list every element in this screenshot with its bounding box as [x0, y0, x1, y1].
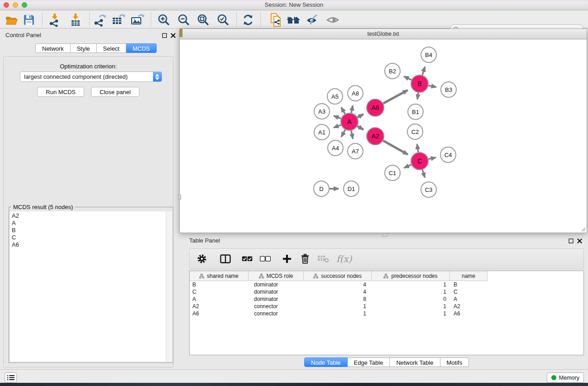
- mcds-result-list[interactable]: A2ABCA6: [10, 211, 172, 362]
- graph-node-C2[interactable]: C2: [407, 124, 423, 139]
- graph-node-B2[interactable]: B2: [385, 63, 400, 79]
- close-panel-icon[interactable]: [577, 238, 582, 243]
- network-graph[interactable]: AA1A2A3A4A5A6A7A8BB1B2B3B4CC1C2C3C4DD1: [180, 39, 587, 232]
- column-header-predecessor-nodes[interactable]: predecessor nodes: [372, 271, 450, 281]
- import-network-icon[interactable]: [47, 13, 62, 27]
- splitter-handle[interactable]: [178, 195, 181, 200]
- graph-node-C4[interactable]: C4: [440, 147, 456, 162]
- graph-edge-B-B3[interactable]: [429, 86, 436, 87]
- select-all-columns-icon[interactable]: [241, 253, 253, 265]
- node-table[interactable]: shared nameMCDS rolesuccessor nodesprede…: [189, 271, 584, 355]
- graph-edge-C-C2[interactable]: [417, 144, 418, 152]
- list-item[interactable]: A: [10, 219, 172, 227]
- column-header-shared-name[interactable]: shared name: [190, 271, 249, 281]
- show-hide-icon[interactable]: [325, 13, 340, 27]
- list-item[interactable]: A6: [10, 241, 172, 248]
- graph-edge-A-A5[interactable]: [341, 107, 345, 114]
- tab-network-table[interactable]: Network Table: [390, 357, 440, 367]
- export-image-icon[interactable]: [130, 13, 145, 27]
- graph-edge-A-A4[interactable]: [341, 130, 345, 137]
- home-nested-networks-icon[interactable]: [286, 13, 301, 27]
- graph-node-A5[interactable]: A5: [327, 89, 343, 104]
- tab-select[interactable]: Select: [97, 43, 126, 53]
- graph-node-B3[interactable]: B3: [441, 82, 456, 97]
- graph-edge-A-A8[interactable]: [351, 105, 353, 113]
- scrollbar[interactable]: [166, 211, 172, 362]
- graph-node-A4[interactable]: A4: [328, 140, 343, 156]
- graph-edge-C-C3[interactable]: [422, 170, 425, 177]
- tab-network[interactable]: Network: [35, 43, 71, 53]
- close-panel-button[interactable]: Close panel: [91, 87, 139, 97]
- optimization-criterion-select[interactable]: largest connected component (directed): [20, 71, 162, 82]
- deselect-all-columns-icon[interactable]: [259, 253, 271, 265]
- export-network-icon[interactable]: [92, 13, 107, 27]
- task-history-button[interactable]: [5, 372, 17, 383]
- tab-style[interactable]: Style: [71, 43, 97, 53]
- list-item[interactable]: B: [10, 227, 172, 234]
- graph-edge-B-B1[interactable]: [417, 93, 418, 99]
- zoom-out-icon[interactable]: [177, 13, 191, 27]
- graph-edge-A-A6[interactable]: [358, 114, 363, 117]
- column-header-successor-nodes[interactable]: successor nodes: [304, 271, 372, 281]
- export-table-icon[interactable]: [111, 13, 126, 27]
- graph-edge-C-C4[interactable]: [429, 157, 436, 159]
- graph-edge-A2-C[interactable]: [383, 141, 407, 155]
- graph-edge-A-A3[interactable]: [334, 116, 341, 119]
- graph-node-A1[interactable]: A1: [314, 124, 330, 140]
- graph-node-D[interactable]: D: [314, 181, 329, 196]
- graph-node-B4[interactable]: B4: [421, 47, 436, 62]
- run-mcds-button[interactable]: Run MCDS: [37, 87, 84, 97]
- open-session-icon[interactable]: [5, 13, 19, 27]
- save-session-icon[interactable]: [22, 13, 36, 27]
- float-panel-icon[interactable]: [162, 33, 167, 38]
- graph-node-A6[interactable]: A6: [367, 99, 384, 116]
- column-header-name[interactable]: name: [450, 271, 488, 281]
- tab-mcds[interactable]: MCDS: [126, 43, 157, 53]
- network-window-titlebar[interactable]: testGlobe.txt: [179, 29, 587, 39]
- graph-edge-A-A1[interactable]: [334, 125, 341, 128]
- delete-table-icon[interactable]: [317, 253, 329, 265]
- show-column-panel-icon[interactable]: [220, 253, 231, 265]
- memory-button[interactable]: Memory: [547, 372, 584, 383]
- visual-properties-icon[interactable]: [305, 13, 320, 27]
- graph-edge-A-A7[interactable]: [351, 131, 353, 139]
- delete-column-trash-icon[interactable]: [299, 253, 311, 265]
- graph-node-C1[interactable]: C1: [385, 165, 400, 181]
- zoom-selected-icon[interactable]: [216, 13, 230, 27]
- graph-node-C[interactable]: C: [411, 152, 428, 170]
- graph-edge-A-A2[interactable]: [357, 126, 363, 130]
- table-row[interactable]: Adominator80A: [190, 295, 583, 303]
- new-network-from-selection-icon[interactable]: [269, 13, 283, 27]
- import-table-icon[interactable]: [68, 13, 83, 27]
- tab-node-table[interactable]: Node Table: [304, 357, 348, 367]
- column-header-MCDS-role[interactable]: MCDS role: [249, 271, 304, 281]
- graph-node-C3[interactable]: C3: [421, 182, 436, 197]
- zoom-in-icon[interactable]: [157, 13, 171, 27]
- graph-node-B[interactable]: B: [411, 75, 428, 92]
- graph-edge-A6-B[interactable]: [383, 90, 408, 103]
- list-item[interactable]: C: [10, 234, 172, 241]
- graph-node-A8[interactable]: A8: [348, 86, 363, 101]
- graph-edge-B-B2[interactable]: [404, 76, 411, 80]
- tab-motifs[interactable]: Motifs: [440, 357, 469, 367]
- table-settings-gear-icon[interactable]: [196, 253, 208, 265]
- table-row[interactable]: A2connector11A2: [190, 303, 583, 310]
- graph-node-A2[interactable]: A2: [367, 128, 384, 145]
- resize-grip-icon[interactable]: [580, 226, 586, 232]
- create-column-plus-icon[interactable]: [281, 253, 293, 265]
- zoom-fit-icon[interactable]: [196, 13, 210, 27]
- graph-edge-C-C1[interactable]: [404, 165, 411, 168]
- graph-node-A7[interactable]: A7: [348, 143, 363, 159]
- table-row[interactable]: A6connector11A6: [190, 310, 583, 317]
- network-canvas[interactable]: AA1A2A3A4A5A6A7A8BB1B2B3B4CC1C2C3C4DD1: [179, 39, 587, 233]
- table-row[interactable]: Cdominator41C: [190, 288, 583, 295]
- float-panel-icon[interactable]: [569, 238, 574, 243]
- table-row[interactable]: Bdominator41B: [190, 281, 583, 288]
- graph-edge-B-B4[interactable]: [422, 67, 425, 75]
- function-builder-fx-icon[interactable]: f(x): [336, 253, 352, 264]
- graph-node-B1[interactable]: B1: [408, 104, 423, 119]
- splitter-handle[interactable]: [382, 234, 387, 237]
- refresh-icon[interactable]: [241, 13, 255, 27]
- graph-node-A[interactable]: A: [341, 113, 358, 130]
- graph-node-D1[interactable]: D1: [344, 181, 359, 196]
